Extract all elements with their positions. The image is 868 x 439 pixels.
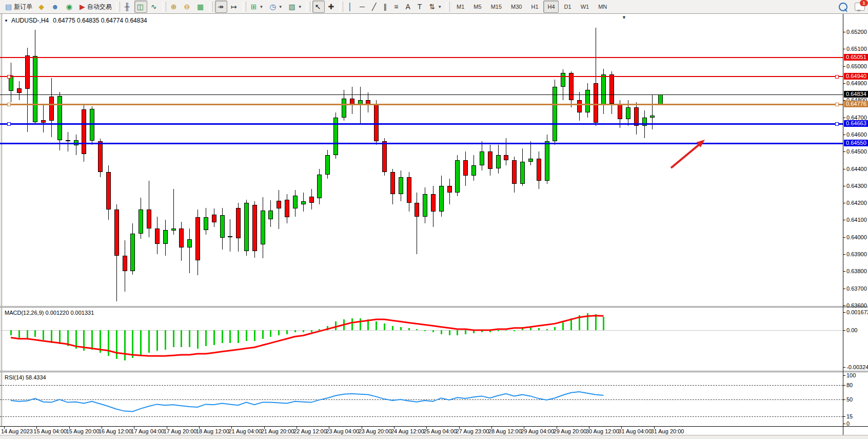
date-axis-label: 25 Aug 04:00 (423, 428, 457, 434)
indicators-button[interactable]: ⊞▼ (248, 1, 266, 13)
chart-window: ▼ AUDUSD-,H4 0.64775 0.64835 0.64774 0.6… (0, 14, 868, 439)
trendline-button[interactable]: ╱ (369, 1, 380, 13)
macd-histogram-bar (132, 330, 133, 358)
pane-separator[interactable] (0, 371, 868, 372)
community-button[interactable]: ☻ (49, 1, 63, 13)
autotrade-button[interactable]: ▶自动交易 (77, 1, 114, 13)
horizontal-level-line[interactable] (0, 76, 843, 77)
date-axis[interactable]: 14 Aug 202315 Aug 04:0015 Aug 20:0016 Au… (0, 427, 868, 435)
candle (114, 209, 119, 256)
chart-shift-marker-icon[interactable]: ▼ (622, 15, 626, 20)
price-axis-tick (843, 151, 845, 152)
horizontal-level-line[interactable] (0, 123, 843, 125)
line-drag-handle[interactable] (835, 75, 839, 79)
zoom-in-button[interactable]: ⊕ (168, 1, 181, 13)
candle-wick (43, 104, 44, 132)
macd-histogram-bar (91, 330, 93, 350)
horizontal-line-button[interactable]: ─ (357, 1, 368, 13)
macd-histogram-bar (408, 328, 410, 330)
tf-h1-button-label: H1 (531, 4, 538, 10)
search-icon[interactable] (839, 3, 847, 11)
community-icon: ☻ (51, 3, 59, 10)
line-chart-button[interactable]: ∿ (148, 1, 161, 13)
chart-shift-button[interactable]: ↦ (228, 1, 241, 13)
zoom-out-button[interactable]: ⊖ (181, 1, 193, 13)
line-drag-handle[interactable] (835, 103, 839, 106)
tf-m5-button-label: M5 (474, 4, 481, 10)
candle (601, 74, 606, 105)
line-drag-handle[interactable] (7, 122, 11, 126)
text-label-button[interactable]: T (415, 1, 426, 13)
candle (577, 100, 582, 112)
text-button[interactable]: A (403, 1, 414, 13)
tf-m30-button[interactable]: M30 (506, 1, 525, 13)
tile-windows-icon: ▦ (197, 3, 204, 10)
date-axis-label: 31 Aug 20:00 (651, 428, 684, 434)
macd-histogram-bar (83, 330, 85, 351)
macd-histogram-bar (197, 330, 199, 349)
price-axis-tick (843, 306, 845, 306)
vertical-line-button[interactable]: │ (345, 1, 356, 13)
new-order-icon: ▤ (5, 3, 12, 10)
horizontal-level-line[interactable] (0, 57, 843, 58)
crosshair-button[interactable]: ✚ (326, 1, 338, 13)
rsi-axis-label: 15 (846, 413, 853, 419)
bar-chart-icon: ╫ (125, 3, 130, 10)
tf-m1-button[interactable]: M1 (452, 1, 468, 13)
macd-histogram-bar (108, 330, 109, 356)
macd-histogram-bar (424, 330, 426, 331)
tf-d1-button[interactable]: D1 (560, 1, 575, 13)
autotrade-button-label: 自动交易 (87, 3, 112, 11)
toolbar-separator (307, 2, 310, 12)
candle (244, 203, 249, 251)
candle (187, 239, 192, 247)
candle (147, 209, 151, 228)
tf-m5-button[interactable]: M5 (469, 1, 485, 13)
channel-button[interactable]: ∥ (381, 1, 390, 13)
new-order-button[interactable]: ▤新订单 (3, 1, 35, 13)
auto-scroll-button[interactable]: ↠ (215, 1, 227, 13)
tf-w1-button[interactable]: W1 (576, 1, 593, 13)
symbol-dropdown-icon[interactable]: ▼ (4, 18, 8, 23)
candle (301, 201, 306, 205)
annotation-arrow-line[interactable] (671, 143, 701, 168)
arrows-button[interactable]: ⇅▼ (426, 1, 444, 13)
date-axis-label: 31 Aug 04:00 (618, 428, 652, 434)
toolbar: ▤新订单◆☻◉▶自动交易╫◫∿⊕⊖▦↠↦⊞▼◷▼▧▼↖✚│─╱∥≡AT⇅▼M1M… (0, 0, 868, 14)
tf-h1-button[interactable]: H1 (526, 1, 542, 13)
signals-button[interactable]: ◉ (64, 1, 76, 13)
tf-m15-button[interactable]: M15 (486, 1, 505, 13)
macd-axis-label: 0.001673 (846, 309, 868, 315)
tf-h4-button[interactable]: H4 (543, 1, 559, 13)
horizontal-level-line[interactable] (0, 104, 843, 105)
price-axis-tick (843, 66, 845, 67)
line-drag-handle[interactable] (7, 75, 11, 79)
macd-histogram-bar (229, 330, 231, 343)
price-axis-label: 0.64700 (846, 114, 867, 121)
periods-button[interactable]: ◷▼ (267, 1, 285, 13)
horizontal-level-line[interactable] (0, 143, 843, 144)
profile-button[interactable]: ◆ (36, 1, 48, 13)
candle (545, 141, 549, 181)
templates-button[interactable]: ▧▼ (286, 1, 305, 13)
line-drag-handle[interactable] (7, 103, 11, 106)
candlestick-button[interactable]: ◫ (134, 1, 147, 13)
toolbar-group: ╫◫∿ (122, 1, 161, 13)
cursor-button[interactable]: ↖ (312, 1, 325, 13)
tf-mn-button[interactable]: MN (594, 1, 610, 13)
macd-histogram-bar (59, 330, 61, 344)
bar-chart-button[interactable]: ╫ (122, 1, 133, 13)
date-axis-label: 29 Aug 20:00 (554, 428, 587, 434)
candle (561, 73, 565, 87)
tile-windows-button[interactable]: ▦ (194, 1, 207, 13)
candle (512, 160, 517, 184)
macd-histogram-bar (173, 330, 174, 347)
line-drag-handle[interactable] (835, 122, 839, 126)
notifications-icon[interactable]: 1 (855, 3, 865, 11)
macd-histogram-bar (222, 330, 223, 343)
macd-histogram-bar (384, 323, 385, 330)
fibonacci-button[interactable]: ≡ (391, 1, 402, 13)
pane-separator[interactable] (0, 306, 868, 308)
bid-price-line[interactable] (0, 94, 843, 95)
price-axis-tick (843, 254, 845, 255)
